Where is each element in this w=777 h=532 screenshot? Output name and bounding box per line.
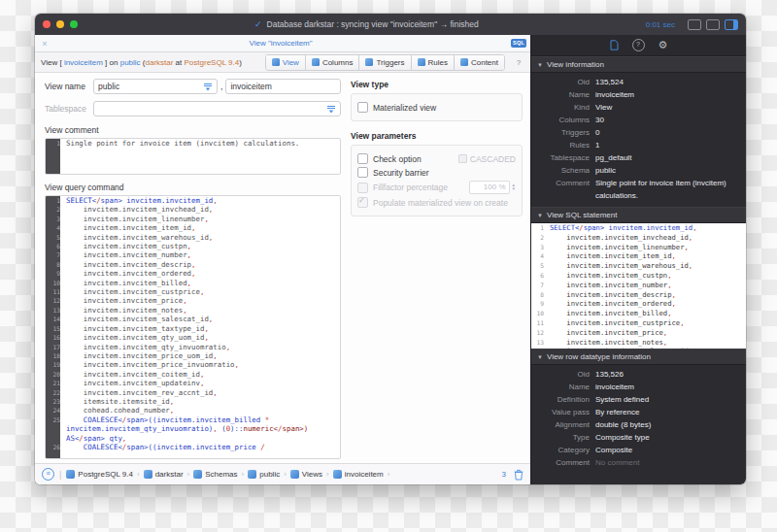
sql-line: 10 invcitem.invcitem_billed, <box>531 309 746 318</box>
security-barrier-checkbox[interactable] <box>357 167 368 178</box>
query-line: 19 invcitem.invcitem_price_invuomratio, <box>46 360 340 369</box>
sql-line: 12 invcitem.invcitem_price, <box>531 328 746 338</box>
query-line: 13 invcitem.invcitem_notes, <box>46 306 340 315</box>
view-sql-statement[interactable]: 1 SELECT</span> invcitem.invcitem_id, 2 … <box>531 223 746 349</box>
schema-public-icon <box>248 470 256 479</box>
app-window: ✓ Database darkstar : syncing view "invo… <box>35 14 746 484</box>
fillfactor-stepper[interactable]: ▲▼ <box>512 183 516 192</box>
object-tab[interactable]: Columns <box>306 55 360 70</box>
statusbar-separator: | <box>59 470 61 480</box>
populate-label: Populate materialized view on create <box>373 198 508 208</box>
view-name-value: invoiceitem <box>230 82 336 91</box>
sidebar-help-icon[interactable]: ? <box>632 39 645 51</box>
tablespace-row: Tablespace <box>45 101 341 116</box>
view-type-heading: View type <box>351 80 523 89</box>
menu-circle-icon[interactable]: ≡ <box>42 468 54 481</box>
check-option-checkbox[interactable] <box>357 153 368 164</box>
context-segment: ] on <box>103 58 120 67</box>
tab-title: View "invoiceitem" <box>51 39 511 48</box>
object-tab[interactable]: Content <box>455 55 504 70</box>
tablespace-completion-icon[interactable] <box>326 105 336 114</box>
document-tabbar[interactable]: × View "invoiceitem" SQL <box>35 35 530 52</box>
row-count: 3 <box>502 470 506 479</box>
triggers-tab-icon <box>365 58 373 66</box>
titlebar[interactable]: ✓ Database darkstar : syncing view "invo… <box>35 14 746 35</box>
sql-line: 2 invcitem.invcitem_invchead_id, <box>531 233 746 243</box>
info-row: Rules 1 <box>533 139 740 151</box>
disclosure-triangle-icon: ▼ <box>537 62 543 68</box>
fillfactor-checkbox[interactable] <box>357 183 368 193</box>
schema-completion-icon[interactable] <box>203 83 213 91</box>
view-name-input[interactable]: invoiceitem <box>225 79 341 94</box>
schemas-icon <box>193 470 202 479</box>
object-tab[interactable]: View <box>266 55 306 70</box>
tab-label: View <box>283 58 299 67</box>
content-tab-icon <box>460 58 468 66</box>
view-sql-header[interactable]: ▼ View SQL statement <box>531 207 746 223</box>
fillfactor-input[interactable]: 100 % <box>469 181 510 194</box>
crumb-label: invoiceitem <box>345 470 384 479</box>
close-window-button[interactable] <box>43 20 51 28</box>
view-comment-editor[interactable]: 1 Single point for invoice item (invcite… <box>45 138 341 175</box>
query-line: 22 invcitem.invcitem_rev_accnt_id, <box>46 388 340 397</box>
object-tab[interactable]: Triggers <box>359 55 411 70</box>
view-sql-title: View SQL statement <box>547 211 617 219</box>
crumb-label: darkstar <box>155 470 184 479</box>
view-datatype-header[interactable]: ▼ View row datatype information <box>531 349 746 365</box>
info-row: Tablespace pg_default <box>533 151 740 164</box>
context-segment: invoiceitem <box>64 58 103 67</box>
sync-status-text: Database darkstar : syncing view "invoic… <box>267 19 479 29</box>
context-segment: PostgreSQL 9.4 <box>185 58 240 67</box>
crumb-label: public <box>259 470 280 479</box>
fillfactor-row: Fillfactor percentage 100 % ▲▼ <box>357 181 516 194</box>
breadcrumb-item[interactable]: public › <box>248 470 287 479</box>
tablespace-input[interactable] <box>93 101 341 116</box>
toggle-right-panel-button[interactable] <box>725 19 738 30</box>
query-line: 21 invcitem.invcitem_updateinv, <box>46 379 340 387</box>
schema-input[interactable]: public <box>93 79 218 94</box>
sql-badge[interactable]: SQL <box>511 39 526 49</box>
datatype-row: Alignment double (8 bytes) <box>533 418 740 431</box>
populate-checkbox[interactable] <box>357 197 368 208</box>
crumb-label: Schemas <box>205 470 237 479</box>
sql-line: 9 invcitem.invcitem_ordered, <box>531 299 746 309</box>
crumb-label: Views <box>302 470 322 479</box>
info-row: Kind View <box>533 101 740 114</box>
datatype-row: Oid 135,526 <box>533 368 740 381</box>
help-button[interactable]: ? <box>513 56 524 68</box>
statusbar: ≡ | PostgreSQL 9.4 › darkstar › <box>35 463 530 484</box>
query-line: 3 invcitem.invcitem_linenumber, <box>46 215 340 223</box>
query-line: 17 invcitem.invcitem_qty_invuomratio, <box>46 343 340 351</box>
check-option-row: Check option CASCADED <box>357 153 516 164</box>
view-information-header[interactable]: ▼ View information <box>531 56 746 73</box>
close-tab-icon[interactable]: × <box>39 39 51 49</box>
toggle-bottom-panel-button[interactable] <box>706 19 720 30</box>
tablespace-label: Tablespace <box>45 104 93 114</box>
materialized-view-checkbox[interactable] <box>357 102 368 113</box>
query-line: 26 COALESCE</span>((invcitem.invcitem_pr… <box>46 443 340 451</box>
gear-icon[interactable]: ⚙ <box>659 40 668 50</box>
columns-tab-icon <box>312 58 320 66</box>
toolbar: View [ invoiceitem ] on public (darkstar… <box>35 52 530 73</box>
breadcrumb-item[interactable]: Views › <box>290 470 330 479</box>
sync-status: ✓ Database darkstar : syncing view "invo… <box>87 19 646 29</box>
zoom-window-button[interactable] <box>70 20 78 28</box>
breadcrumb-item[interactable]: Schemas › <box>193 470 245 479</box>
breadcrumb-item[interactable]: PostgreSQL 9.4 › <box>66 470 140 479</box>
view-definition-column: View name public , invoiceitem Table <box>45 79 341 459</box>
minimize-window-button[interactable] <box>56 20 64 28</box>
view-editor-content: View name public , invoiceitem Table <box>35 73 530 463</box>
tab-label: Rules <box>428 58 448 67</box>
breadcrumb-item[interactable]: invoiceitem › <box>333 470 391 479</box>
view-query-editor[interactable]: 1 SELECT</span> invcitem.invcitem_id, 2 … <box>45 195 341 459</box>
breadcrumb-item[interactable]: darkstar › <box>144 470 191 479</box>
object-tab[interactable]: Rules <box>412 55 455 70</box>
document-icon[interactable] <box>610 40 619 50</box>
tab-label: Columns <box>322 58 354 67</box>
toggle-left-panel-button[interactable] <box>688 19 701 30</box>
info-row: Comment Single point for invoice item (i… <box>533 177 740 202</box>
trash-icon[interactable] <box>514 469 524 481</box>
postgresql-icon <box>66 470 75 479</box>
stepper-down-icon[interactable]: ▼ <box>512 187 516 192</box>
rules-tab-icon <box>418 58 425 66</box>
